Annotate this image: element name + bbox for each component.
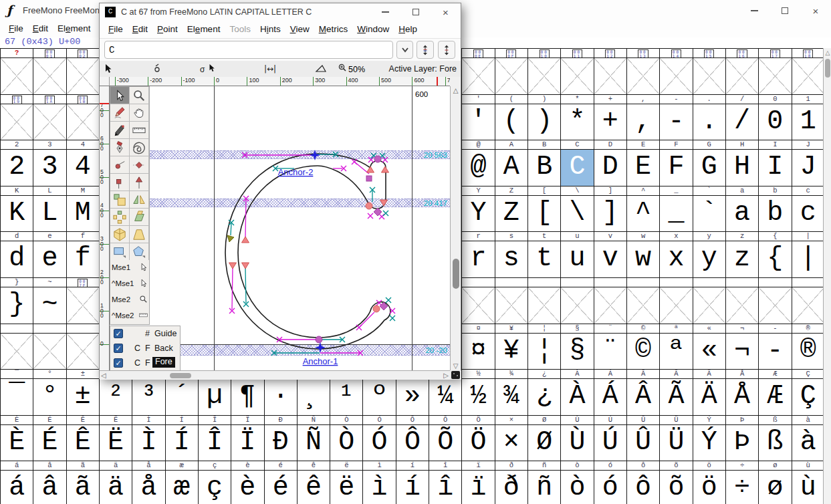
layer-name[interactable]: Fore (152, 357, 175, 368)
glyph-cell[interactable]: \\ (561, 186, 594, 233)
glyph-cell-selected[interactable]: CC (561, 140, 594, 186)
maximize-button[interactable] (769, 0, 800, 21)
glyph-cell[interactable]: 0010 (528, 49, 561, 95)
menu-hints[interactable]: Hints (255, 21, 285, 37)
glyph-cell[interactable]: 22 (1, 140, 33, 186)
menu-point[interactable]: Point (152, 21, 183, 37)
selected-hvcurve-point[interactable] (374, 208, 382, 216)
glyph-cell[interactable]: II (759, 140, 792, 186)
layer-cubic-flag[interactable]: C (134, 358, 140, 368)
glyph-cell[interactable]: ÚÚ (594, 416, 627, 462)
tangent-point[interactable] (382, 166, 389, 172)
glyph-cell[interactable]: cc (792, 186, 824, 233)
tool-pointer[interactable] (110, 87, 130, 104)
scroll-up-icon[interactable]: △ (451, 87, 461, 94)
glyph-cell[interactable]: ÑÑ (298, 416, 330, 462)
control-point-x[interactable] (390, 316, 395, 321)
glyph-cell[interactable]: 0016 (726, 49, 759, 95)
glyph-cell[interactable]: -- (660, 95, 693, 141)
glyph-cell[interactable]: EE (627, 140, 660, 186)
glyph-cell[interactable]: zz (726, 232, 759, 278)
anchor-point[interactable] (310, 150, 320, 160)
glyph-cell[interactable]: ÆÆ (759, 370, 792, 416)
menu-file[interactable]: File (4, 21, 28, 35)
main-scrollbar-thumb[interactable] (825, 59, 830, 78)
tool-perspective[interactable] (130, 226, 149, 243)
tool-corner-point[interactable] (110, 174, 130, 191)
tool-knife[interactable] (110, 122, 130, 139)
glyph-cell[interactable] (693, 278, 726, 324)
glyph-cell[interactable]: õõ (660, 461, 693, 504)
glyph-cell[interactable]: (( (495, 95, 528, 141)
glyph-cell[interactable]: HH (726, 140, 759, 186)
glyph-cell[interactable]: 44 (67, 140, 100, 186)
glyph-cell[interactable]: JJ (792, 140, 824, 186)
glyph-cell[interactable] (759, 278, 792, 324)
scroll-down-icon[interactable]: ▽ (451, 362, 461, 370)
curve-point[interactable] (366, 203, 372, 209)
glyph-cell[interactable]: ^^ (627, 186, 660, 233)
tool-hvcurve-point[interactable] (130, 156, 149, 174)
canvas-vscrollbar[interactable]: △ ▽ (450, 86, 461, 370)
glyph-cell[interactable]: 0002 (67, 49, 100, 95)
tool-polygon[interactable] (130, 243, 149, 261)
glyph-cell[interactable]: KK (1, 186, 33, 233)
prev-glyph-button[interactable] (417, 41, 434, 59)
glyph-cell[interactable]: îî (429, 461, 462, 504)
selected-curve-point[interactable] (316, 336, 322, 343)
glyph-cell[interactable]: ¦¦ (528, 324, 561, 370)
menu-element[interactable]: Element (183, 21, 225, 37)
glyph-cell[interactable]: ÌÌ (132, 416, 165, 462)
menu-view[interactable]: View (285, 21, 314, 37)
glyph-cell[interactable]: 0012 (594, 49, 627, 95)
glyph-cell[interactable]: ÁÁ (594, 370, 627, 416)
glyph-cell[interactable]: êê (298, 461, 330, 504)
tool-rectangle[interactable] (110, 243, 130, 261)
glyph-cell[interactable]: [[ (528, 186, 561, 233)
glyph-cell[interactable]: 000E (462, 49, 495, 95)
glyph-cell[interactable]: FF (660, 140, 693, 186)
glyph-cell[interactable]: aa (726, 186, 759, 233)
glyph-cell[interactable]: }} (1, 278, 33, 324)
maximize-button[interactable] (400, 3, 431, 21)
glyph-cell[interactable]: MM (67, 186, 100, 233)
layer-name[interactable]: Back (154, 344, 173, 353)
glyph-cell[interactable]: BB (528, 140, 561, 186)
glyph-search-input[interactable] (104, 41, 393, 59)
tool-flip[interactable] (130, 191, 149, 209)
tool-magnify[interactable] (130, 87, 149, 104)
main-scrollbar[interactable]: △ (823, 48, 831, 504)
anchor-point[interactable] (315, 342, 326, 353)
scroll-up-icon[interactable]: △ (824, 49, 831, 56)
glyph-cell[interactable]: ÈÈ (1, 416, 33, 462)
menu-window[interactable]: Window (352, 21, 394, 37)
glyph-cell[interactable]: ÝÝ (693, 416, 726, 462)
first-point-marker[interactable] (227, 235, 234, 242)
glyph-cell[interactable]: {{ (759, 232, 792, 278)
glyph-cell[interactable]: xx (660, 232, 693, 278)
glyph-cell[interactable]: 0017 (759, 49, 792, 95)
glyph-cell[interactable]: uu (561, 232, 594, 278)
glyph-cell[interactable]: ff (67, 232, 100, 278)
tool-pen[interactable] (110, 139, 130, 156)
glyph-cell[interactable]: ÎÎ (199, 416, 231, 462)
glyph-cell[interactable]: ää (100, 461, 132, 504)
layer-name[interactable]: Guide (154, 329, 176, 338)
glyph-cell[interactable]: ÔÔ (396, 416, 429, 462)
glyph-window-titlebar[interactable]: C C at 67 from FreeMono LATIN CAPITAL LE… (100, 3, 461, 21)
layer-visible-checkbox[interactable]: ✓ (114, 329, 123, 338)
glyph-cell[interactable]: __ (660, 186, 693, 233)
glyph-dropdown-button[interactable] (396, 41, 413, 59)
glyph-cell[interactable]: ¿¿ (528, 370, 561, 416)
menu-metrics[interactable]: Metrics (314, 21, 353, 37)
glyph-cell[interactable]: ÇÇ (792, 370, 824, 416)
control-point-x[interactable] (356, 325, 362, 330)
next-glyph-button[interactable] (438, 41, 455, 59)
glyph-cell[interactable]: ]] (594, 186, 627, 233)
glyph-cell[interactable]: LL (33, 186, 66, 233)
glyph-cell[interactable]: ãã (67, 461, 100, 504)
tangent-point[interactable] (242, 263, 249, 269)
glyph-cell[interactable]: ÃÃ (660, 370, 693, 416)
layer-visible-checkbox[interactable]: ✓ (114, 344, 123, 353)
glyph-cell[interactable]: òò (561, 461, 594, 504)
